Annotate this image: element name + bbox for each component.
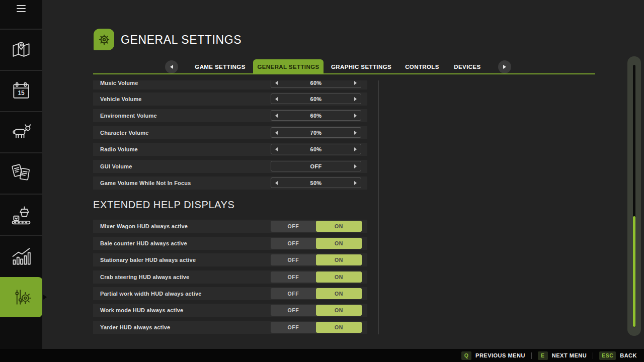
setting-value: 60% <box>310 113 322 119</box>
arrow-right-icon[interactable] <box>354 81 357 85</box>
arrow-right-icon[interactable] <box>354 131 357 135</box>
toggle-off-button[interactable]: OFF <box>271 254 316 265</box>
arrow-right-icon[interactable] <box>354 164 357 168</box>
setting-row-character-volume: Character Volume 70% <box>93 126 367 139</box>
setting-label: Bale counter HUD always active <box>100 237 187 250</box>
toggle-off-button[interactable]: OFF <box>271 221 316 232</box>
next-menu-hint[interactable]: E NEXT MENU <box>538 351 587 360</box>
setting-label: Character Volume <box>100 126 149 139</box>
sidebar-item-calendar[interactable]: 15 <box>0 70 42 111</box>
sidebar: 15 <box>0 0 42 362</box>
arrow-left-icon[interactable] <box>275 147 278 151</box>
setting-row-radio-volume: Radio Volume 60% <box>93 143 367 156</box>
sidebar-item-map[interactable] <box>0 29 42 70</box>
tab-underline <box>93 73 595 74</box>
toggle-on-button[interactable]: ON <box>316 288 362 299</box>
arrow-right-icon[interactable] <box>354 147 357 151</box>
page-icon-badge <box>94 29 114 50</box>
tabs-next-button[interactable] <box>498 60 511 73</box>
setting-label: Game Volume While Not In Focus <box>100 176 191 190</box>
toggle-control: OFF ON <box>271 238 362 249</box>
back-hint[interactable]: ESC BACK <box>599 351 637 360</box>
tabs-prev-button[interactable] <box>165 60 178 73</box>
tab-controls[interactable]: CONTROLS <box>399 59 445 74</box>
sidebar-item-menu[interactable] <box>0 0 42 29</box>
value-selector[interactable]: 60% <box>271 110 361 121</box>
value-selector[interactable]: 50% <box>271 177 361 188</box>
setting-label: GUI Volume <box>100 160 132 173</box>
toggle-off-button[interactable]: OFF <box>271 305 316 316</box>
value-selector[interactable]: 60% <box>271 144 361 154</box>
arrow-right-icon[interactable] <box>354 181 357 185</box>
arrow-left-icon[interactable] <box>275 131 278 135</box>
value-selector[interactable]: OFF <box>271 161 361 171</box>
toggle-control: OFF ON <box>271 254 362 265</box>
toggle-on-button[interactable]: ON <box>316 254 362 265</box>
setting-value: 70% <box>310 130 322 136</box>
toggle-off-button[interactable]: OFF <box>271 322 316 333</box>
arrow-left-icon[interactable] <box>275 97 278 101</box>
setting-value: 60% <box>310 80 322 86</box>
chevron-left-icon <box>170 65 173 69</box>
toggle-control: OFF ON <box>271 272 362 283</box>
toggle-on-button[interactable]: ON <box>316 305 362 316</box>
arrow-left-icon[interactable] <box>275 81 278 85</box>
previous-menu-label: PREVIOUS MENU <box>475 352 525 358</box>
setting-label: Stationary baler HUD always active <box>100 253 196 266</box>
production-icon <box>10 204 32 226</box>
statistics-icon <box>10 245 32 267</box>
setting-label: Yarder HUD always active <box>100 321 170 334</box>
arrow-left-icon[interactable] <box>275 114 278 118</box>
divider <box>531 352 532 359</box>
divider <box>593 352 593 359</box>
setting-value: 60% <box>310 96 322 102</box>
scrollbar-thumb[interactable] <box>633 216 635 327</box>
value-selector[interactable]: 60% <box>271 94 361 104</box>
toggle-on-button[interactable]: ON <box>316 221 362 232</box>
scrollbar <box>627 56 641 336</box>
toggle-on-button[interactable]: ON <box>316 238 362 249</box>
setting-row-environment-volume: Environment Volume 60% <box>93 109 367 122</box>
tab-bar: GAME SETTINGS GENERAL SETTINGS GRAPHIC S… <box>187 59 490 74</box>
tab-graphic-settings[interactable]: GRAPHIC SETTINGS <box>324 59 399 74</box>
setting-label: Music Volume <box>100 80 138 89</box>
arrow-right-icon[interactable] <box>354 114 357 118</box>
setting-label: Partial work width HUD always active <box>100 287 202 300</box>
arrow-left-icon[interactable] <box>275 181 278 185</box>
toggle-on-button[interactable]: ON <box>316 322 362 333</box>
toggle-off-button[interactable]: OFF <box>271 238 316 249</box>
toggle-off-button[interactable]: OFF <box>271 288 316 299</box>
next-menu-label: NEXT MENU <box>552 352 587 358</box>
previous-menu-hint[interactable]: Q PREVIOUS MENU <box>461 351 525 360</box>
section-title: EXTENDED HELP DISPLAYS <box>93 199 234 211</box>
gear-icon <box>96 31 113 48</box>
setting-label: Mixer Wagon HUD always active <box>100 220 188 233</box>
setting-value: 60% <box>310 146 322 152</box>
sidebar-item-animals[interactable] <box>0 111 42 152</box>
setting-row-work-mode-hud: Work mode HUD always active OFF ON <box>93 304 367 317</box>
setting-row-game-volume-not-in-focus: Game Volume While Not In Focus 50% <box>93 176 367 190</box>
key-esc-badge: ESC <box>599 351 616 360</box>
value-selector[interactable]: 70% <box>271 127 361 138</box>
setting-row-yarder-hud: Yarder HUD always active OFF ON <box>93 321 367 334</box>
sidebar-item-settings[interactable] <box>0 276 42 317</box>
tab-game-settings[interactable]: GAME SETTINGS <box>187 59 253 74</box>
sidebar-item-statistics[interactable] <box>0 235 42 276</box>
sidebar-item-contracts[interactable] <box>0 152 42 194</box>
tab-devices[interactable]: DEVICES <box>445 59 490 74</box>
toggle-off-button[interactable]: OFF <box>271 272 316 283</box>
setting-label: Crab steering HUD always active <box>100 270 189 284</box>
sidebar-item-production[interactable] <box>0 194 42 235</box>
calendar-icon: 15 <box>10 80 32 102</box>
value-selector[interactable]: 60% <box>271 80 361 88</box>
toggle-control: OFF ON <box>271 288 362 299</box>
settings-icon <box>10 286 32 308</box>
setting-label: Vehicle Volume <box>100 93 142 106</box>
active-pointer-icon <box>43 295 47 300</box>
tab-general-settings[interactable]: GENERAL SETTINGS <box>253 59 324 74</box>
setting-row-bale-counter-hud: Bale counter HUD always active OFF ON <box>93 237 367 250</box>
map-icon <box>10 39 32 61</box>
setting-value: 50% <box>310 180 322 186</box>
toggle-on-button[interactable]: ON <box>316 272 362 283</box>
arrow-right-icon[interactable] <box>354 97 357 101</box>
